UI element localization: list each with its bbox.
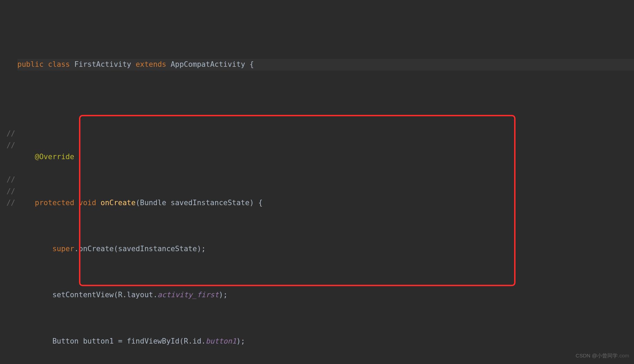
watermark: CSDN @小曾同学.com (576, 350, 629, 361)
code-line[interactable]: setContentView(R.layout.activity_first); (17, 289, 634, 301)
code-line[interactable] (17, 105, 634, 117)
code-line[interactable]: @Override (17, 151, 634, 163)
code-area[interactable]: public class FirstActivity extends AppCo… (17, 0, 634, 364)
gutter-comment-marker: // (0, 197, 15, 209)
code-line[interactable]: protected void onCreate(Bundle savedInst… (17, 197, 634, 209)
code-line[interactable]: super.onCreate(savedInstanceState); (17, 243, 634, 255)
gutter-comment-marker: // (0, 174, 15, 185)
gutter-comment-marker: // (0, 128, 15, 139)
gutter-comment-marker: // (0, 186, 15, 197)
gutter: // // // // // (0, 0, 17, 364)
gutter-comment-marker: // (0, 140, 15, 151)
code-line[interactable]: public class FirstActivity extends AppCo… (17, 59, 634, 70)
code-line[interactable]: Button button1 = findViewById(R.id.butto… (17, 336, 634, 347)
code-editor[interactable]: // // // // // public class FirstActivit… (0, 0, 634, 364)
